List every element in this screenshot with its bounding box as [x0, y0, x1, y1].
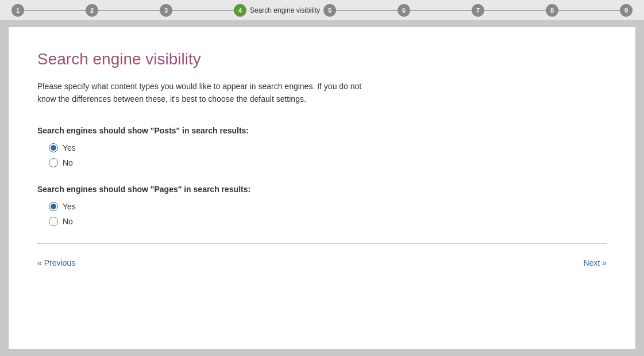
page-title: Search engine visibility: [37, 50, 607, 68]
step-circle-5: 5: [323, 4, 336, 17]
posts-no-option[interactable]: No: [49, 158, 607, 167]
pages-no-label[interactable]: No: [63, 217, 73, 226]
pages-radio-group: Yes No: [37, 202, 607, 226]
previous-link[interactable]: « Previous: [37, 258, 75, 267]
step-9: 9: [620, 4, 633, 17]
step-circle-7: 7: [472, 4, 484, 17]
pages-no-radio[interactable]: [49, 217, 58, 226]
step-line-2: [98, 10, 160, 11]
pages-question-label: Search engines should show "Pages" in se…: [37, 185, 607, 194]
posts-question-label: Search engines should show "Posts" in se…: [37, 126, 607, 135]
step-line-1: [24, 10, 86, 11]
step-circle-9: 9: [620, 4, 633, 17]
pages-yes-label[interactable]: Yes: [63, 202, 76, 211]
step-circle-1: 1: [11, 4, 24, 17]
posts-yes-radio[interactable]: [49, 143, 58, 152]
posts-yes-option[interactable]: Yes: [49, 143, 607, 152]
step-line-8: [558, 10, 620, 11]
step-line-3: [172, 10, 234, 11]
navigation-row: « Previous Next »: [37, 258, 607, 267]
step-2: 2: [86, 4, 160, 17]
posts-no-radio[interactable]: [49, 158, 58, 167]
pages-yes-radio[interactable]: [49, 202, 58, 211]
posts-yes-label[interactable]: Yes: [63, 143, 76, 152]
posts-radio-group: Yes No: [37, 143, 607, 167]
pages-yes-option[interactable]: Yes: [49, 202, 607, 211]
step-circle-4: 4: [234, 4, 246, 17]
step-1: 1: [11, 4, 86, 17]
step-8: 8: [546, 4, 620, 17]
step-5: 5: [323, 4, 398, 17]
step-line-6: [410, 10, 472, 11]
page-description: Please specify what content types you wo…: [37, 80, 365, 106]
step-active-label: Search engine visibility: [250, 6, 320, 14]
pages-no-option[interactable]: No: [49, 217, 607, 226]
step-circle-8: 8: [546, 4, 558, 17]
step-7: 7: [472, 4, 546, 17]
next-link[interactable]: Next »: [584, 258, 607, 267]
step-4: 4 Search engine visibility: [234, 4, 323, 17]
step-3: 3: [160, 4, 234, 17]
main-card: Search engine visibility Please specify …: [9, 27, 635, 349]
step-circle-2: 2: [86, 4, 98, 17]
section-divider: [37, 243, 607, 244]
step-circle-3: 3: [160, 4, 172, 17]
step-line-7: [484, 10, 546, 11]
step-line-5: [336, 10, 398, 11]
posts-no-label[interactable]: No: [63, 158, 73, 167]
step-6: 6: [398, 4, 472, 17]
step-circle-6: 6: [398, 4, 410, 17]
progress-bar: 1 2 3 4 Search engine visibility 5 6: [0, 0, 644, 20]
